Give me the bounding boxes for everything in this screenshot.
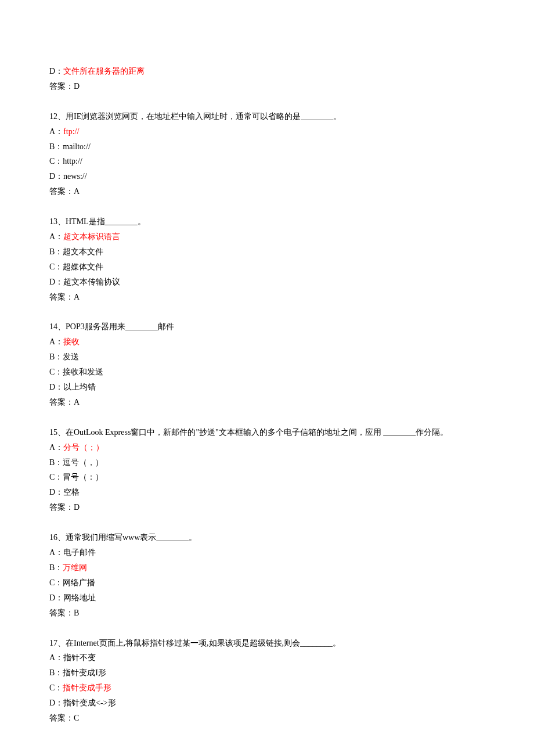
answer-line: 答案：D: [49, 500, 485, 515]
question-15: 15、在OutLook Express窗口中，新邮件的"抄送"文本框输入的多个电…: [49, 425, 485, 515]
option-c: C：冒号（：）: [49, 470, 485, 485]
question-12: 12、用IE浏览器浏览网页，在地址栏中输入网址时，通常可以省略的是_______…: [49, 109, 485, 199]
option-b: B：发送: [49, 350, 485, 365]
answer-line: 答案：D: [49, 79, 485, 94]
option-d: D：指针变成<->形: [49, 696, 485, 711]
option-c: C：超媒体文件: [49, 260, 485, 275]
option-d: D：news://: [49, 169, 485, 184]
option-c-text: 指针变成手形: [63, 683, 111, 692]
option-b: B：逗号（，）: [49, 455, 485, 470]
option-c: C：接收和发送: [49, 365, 485, 380]
answer-line: 答案：C: [49, 711, 485, 726]
question-text: 15、在OutLook Express窗口中，新邮件的"抄送"文本框输入的多个电…: [49, 425, 485, 440]
question-text: 14、POP3服务器用来________邮件: [49, 319, 485, 334]
option-d-prefix: D：: [49, 67, 63, 75]
option-d: D：以上均错: [49, 380, 485, 395]
option-a: A：指针不变: [49, 650, 485, 665]
answer-line: 答案：A: [49, 290, 485, 305]
option-d: D：空格: [49, 485, 485, 500]
option-d: D：超文本传输协议: [49, 275, 485, 290]
option-a-prefix: A：: [49, 443, 63, 452]
option-a-prefix: A：: [49, 232, 63, 241]
option-a: A：超文本标识语言: [49, 229, 485, 244]
option-a-text: 超文本标识语言: [63, 232, 120, 241]
question-text: 17、在Internet页面上,将鼠标指针移过某一项,如果该项是超级链接,则会_…: [49, 636, 485, 651]
option-b: B：万维网: [49, 560, 485, 575]
option-a-prefix: A：: [49, 337, 63, 346]
option-b-prefix: B：: [49, 563, 63, 572]
answer-line: 答案：A: [49, 395, 485, 410]
question-17: 17、在Internet页面上,将鼠标指针移过某一项,如果该项是超级链接,则会_…: [49, 636, 485, 726]
question-text: 13、HTML是指________。: [49, 214, 485, 229]
option-a-text: 接收: [63, 337, 80, 346]
option-b: B：mailto://: [49, 139, 485, 154]
option-c-prefix: C：: [49, 683, 63, 692]
question-11-tail: D：文件所在服务器的距离 答案：D: [49, 64, 485, 94]
option-b: B：指针变成I形: [49, 665, 485, 681]
option-c: C：网络广播: [49, 575, 485, 591]
question-14: 14、POP3服务器用来________邮件 A：接收 B：发送 C：接收和发送…: [49, 319, 485, 409]
option-a: A：接收: [49, 334, 485, 350]
option-b: B：超文本文件: [49, 244, 485, 260]
option-a: A：电子邮件: [49, 545, 485, 560]
option-c: C：指针变成手形: [49, 681, 485, 696]
question-13: 13、HTML是指________。 A：超文本标识语言 B：超文本文件 C：超…: [49, 214, 485, 304]
option-a-text: ftp://: [63, 127, 79, 136]
answer-line: 答案：B: [49, 606, 485, 621]
question-text: 12、用IE浏览器浏览网页，在地址栏中输入网址时，通常可以省略的是_______…: [49, 109, 485, 124]
option-a-prefix: A：: [49, 127, 63, 136]
option-c: C：http://: [49, 154, 485, 169]
question-16: 16、通常我们用缩写www表示________。 A：电子邮件 B：万维网 C：…: [49, 530, 485, 620]
question-text: 16、通常我们用缩写www表示________。: [49, 530, 485, 545]
option-b-text: 万维网: [63, 563, 87, 572]
answer-line: 答案：A: [49, 184, 485, 199]
option-a-text: 分号（；）: [63, 443, 104, 452]
option-a: A：分号（；）: [49, 440, 485, 455]
option-a: A：ftp://: [49, 124, 485, 139]
option-d: D：文件所在服务器的距离: [49, 64, 485, 79]
option-d-text: 文件所在服务器的距离: [63, 67, 145, 75]
option-d: D：网络地址: [49, 591, 485, 606]
